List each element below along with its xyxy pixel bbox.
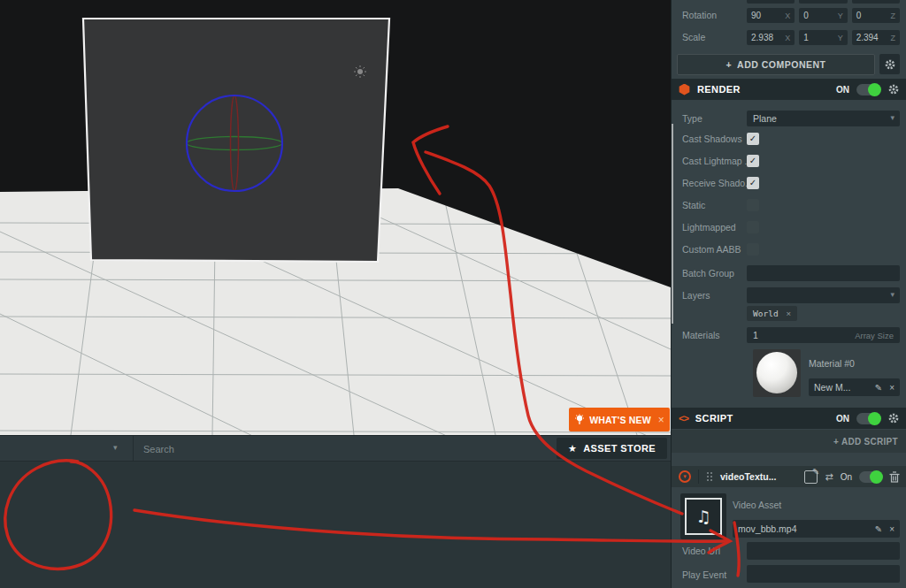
scene-canvas [0,0,671,435]
receive-shadows-label: Receive Shado... [682,178,753,188]
drag-handle-icon[interactable] [706,471,713,482]
3d-viewport[interactable] [0,0,671,435]
assets-panel: ▾ ★ ASSET STORE JS VideoTexture.js [0,435,671,588]
edit-script-icon[interactable]: ✎ [804,470,818,484]
rotation-x-field[interactable]: 90X [747,8,795,23]
video-url-label: Video Url [682,546,720,556]
video-asset-label: Video Asset [733,500,781,510]
lightmapped-checkbox[interactable] [747,221,759,233]
layer-tag-world[interactable]: World × [747,306,797,321]
edit-material-icon[interactable]: ✎ [875,383,882,393]
assets-filter-chevron-icon[interactable]: ▾ [113,443,118,452]
material-slot-name: Material #0 [809,358,855,369]
add-component-button[interactable]: + ADD COMPONENT [677,54,875,75]
play-event-label: Play Event [682,569,726,580]
lightmapped-label: Lightmapped [682,222,736,233]
play-event-field[interactable] [747,565,900,583]
scale-fields: 2.938X 1Y 2.394Z [747,30,900,45]
video-url-field[interactable] [747,542,900,560]
type-dropdown[interactable]: Plane ▾ [747,111,900,126]
lightbulb-icon [574,414,585,425]
close-icon[interactable]: × [658,414,664,426]
script-item-videotexture[interactable]: ▼ videoTextu... ✎ ⇄ On [672,466,906,487]
script-item-toggle[interactable] [859,471,882,483]
static-label: Static [682,200,705,210]
star-icon: ★ [568,443,577,454]
asset-store-label: ASSET STORE [583,443,656,454]
custom-aabb-label: Custom AABB [682,244,741,255]
cast-shadows-checkbox[interactable]: ✓ [747,133,759,145]
rotation-z-field[interactable]: 0Z [852,8,900,23]
script-title: SCRIPT [695,413,733,424]
cast-lightmap-label: Cast Lightmap ... [682,156,752,166]
asset-store-button[interactable]: ★ ASSET STORE [557,438,667,459]
toolbar-divider [133,436,134,461]
script-item-on-label: On [841,472,852,482]
scale-z-field[interactable]: 2.394Z [852,30,900,45]
scale-label: Scale [682,32,705,42]
position-fields-clipped [747,0,900,4]
entity-settings-button[interactable] [879,54,900,74]
cast-lightmap-checkbox[interactable]: ✓ [747,155,759,167]
inspector-panel: Rotation 90X 0Y 0Z Scale 2.938X 1Y 2.394… [671,0,906,588]
render-component-header[interactable]: RENDER ON [672,79,906,100]
remove-asset-icon[interactable]: × [889,524,894,534]
material-sphere-preview [756,352,797,393]
batch-group-field[interactable] [747,265,900,281]
script-collapse-icon[interactable]: ▼ [679,470,691,483]
gear-icon[interactable] [887,412,900,424]
array-size-label: Array Size [855,331,894,340]
script-component-header[interactable]: <> SCRIPT ON [672,408,906,429]
scale-y-field[interactable]: 1Y [799,30,847,45]
script-on-label: ON [836,414,849,424]
selected-plane-entity[interactable] [83,19,389,262]
receive-shadows-checkbox[interactable]: ✓ [747,177,759,189]
rotation-label: Rotation [682,10,717,20]
material-asset-field[interactable]: New M... ✎ × [809,378,900,396]
remove-material-icon[interactable]: × [889,383,894,393]
whats-new-button[interactable]: WHAT'S NEW × [569,408,670,431]
custom-aabb-checkbox[interactable] [747,243,759,256]
trash-icon[interactable] [889,471,900,483]
render-enabled-toggle[interactable] [856,84,880,95]
video-asset-thumbnail[interactable]: ♫ [680,493,726,539]
scrollbar-thumb[interactable] [672,124,673,324]
materials-array-field[interactable]: 1 Array Size [747,327,900,343]
script-enabled-toggle[interactable] [856,413,880,424]
render-title: RENDER [697,84,741,95]
rotation-fields: 90X 0Y 0Z [747,8,900,23]
add-script-button[interactable]: + ADD SCRIPT [833,437,898,447]
script-name: videoTextu... [720,471,776,482]
gear-icon [884,58,896,71]
scale-x-field[interactable]: 2.938X [747,30,795,45]
assets-search-input[interactable] [142,439,340,459]
layers-label: Layers [682,290,710,301]
layers-dropdown[interactable]: ▾ [747,287,900,303]
edit-asset-icon[interactable]: ✎ [875,524,882,534]
type-label: Type [682,113,703,124]
static-checkbox[interactable] [747,199,759,211]
gear-icon[interactable] [887,83,900,95]
remove-layer-icon[interactable]: × [787,309,792,318]
render-component-icon [679,84,690,95]
divider [698,470,699,484]
music-note-icon: ♫ [685,498,722,535]
video-asset-field[interactable]: mov_bbb.mp4 ✎ × [733,520,900,538]
batch-group-label: Batch Group [682,268,734,279]
material-thumbnail[interactable] [753,349,801,397]
chevron-down-icon: ▾ [890,290,894,299]
chevron-down-icon: ▾ [890,113,894,122]
plus-icon: + [726,59,732,70]
cast-shadows-label: Cast Shadows [682,134,742,144]
add-script-row: + ADD SCRIPT [672,430,906,453]
rotation-y-field[interactable]: 0Y [799,8,847,23]
whats-new-label: WHAT'S NEW [589,415,651,425]
script-component-icon: <> [679,413,688,424]
assets-toolbar: ▾ ★ ASSET STORE [0,436,671,462]
render-on-label: ON [836,85,849,95]
playcanvas-editor: WHAT'S NEW × ▾ ★ ASSET STORE JS VideoTex… [0,0,906,588]
parse-script-icon[interactable]: ⇄ [825,471,833,483]
materials-label: Materials [682,330,720,340]
